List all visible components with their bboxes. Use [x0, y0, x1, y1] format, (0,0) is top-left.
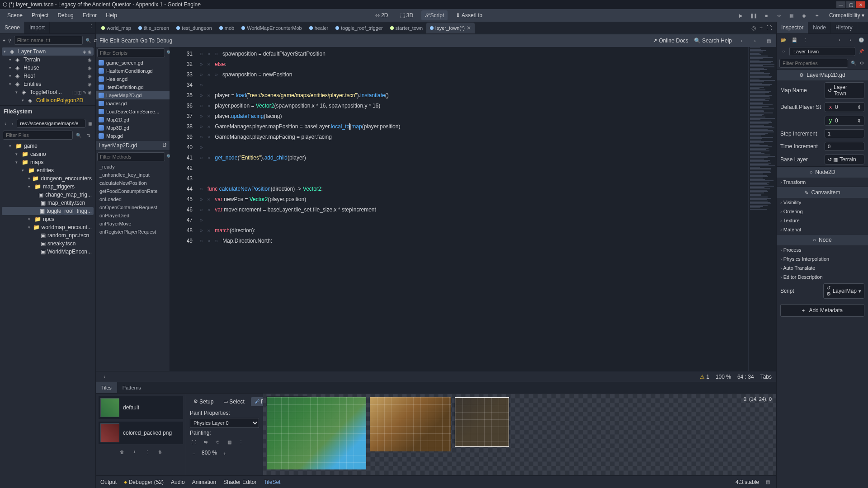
prop-x[interactable]: x0⇕	[825, 102, 864, 112]
insp-open-icon[interactable]: 📂	[779, 36, 788, 44]
script-item[interactable]: ItemDefinition.gd	[96, 83, 170, 91]
tab-node[interactable]: Node	[808, 22, 831, 33]
folder-item[interactable]: ▾📁dungeon_encounters	[2, 174, 94, 183]
inspector-object[interactable]: Layer Town	[789, 47, 855, 56]
file-tab[interactable]: starter_town	[387, 23, 427, 33]
add-node-button[interactable]: +	[3, 36, 5, 44]
filter-scripts-input[interactable]	[97, 48, 165, 57]
prop-baselayer[interactable]: ↺ ▦ Terrain	[825, 155, 864, 164]
folder-item[interactable]: ▾📁worldmap_encount...	[2, 223, 94, 231]
tool-flip-icon[interactable]: ⇋	[202, 438, 210, 446]
add-metadata-button[interactable]: + Add Metadata	[780, 304, 864, 317]
file-item[interactable]: ▣change_map_trig...	[2, 191, 94, 199]
folder-item[interactable]: ▾📁casino	[2, 150, 94, 158]
tool-more-icon[interactable]: ⋮	[237, 438, 245, 446]
cat-editordesc[interactable]: Editor Description	[777, 272, 868, 282]
script-search-menu[interactable]: Search	[121, 38, 138, 44]
zoom-in-icon[interactable]: +	[221, 450, 229, 458]
script-item[interactable]: HasItemCondition.gd	[96, 67, 170, 75]
scene-node[interactable]: ▾◈Entities◉	[2, 80, 94, 88]
scene-node[interactable]: ▾◈CollisionPolygon2D	[2, 96, 94, 104]
tool-rotate-icon[interactable]: ⟲	[213, 438, 222, 446]
movie-button[interactable]: ◉	[800, 11, 808, 19]
insp-back-icon[interactable]: ‹	[835, 36, 844, 44]
nav-back-icon[interactable]: ‹	[737, 37, 745, 45]
fs-sort-icon[interactable]: ⇅	[85, 131, 93, 139]
tileset-sort-icon[interactable]: ⇅	[156, 448, 164, 456]
obj-pin-icon[interactable]: 📌	[857, 47, 865, 55]
script-goto-menu[interactable]: Go To	[140, 38, 155, 44]
tab-inspector[interactable]: Inspector	[777, 22, 808, 33]
minimap[interactable]	[748, 47, 776, 371]
add-tab-icon[interactable]: +	[760, 25, 763, 31]
menu-project[interactable]: Project	[28, 10, 52, 20]
dock-menu-icon[interactable]: ⋮	[87, 22, 95, 30]
script-item[interactable]: Map.gd	[96, 132, 170, 140]
cat-visibility[interactable]: Visibility	[777, 198, 868, 207]
expand-icon[interactable]: ⇵	[94, 36, 97, 44]
zoom-out-icon[interactable]: −	[190, 450, 198, 458]
tool-grid-icon[interactable]: ▦	[225, 438, 233, 446]
file-tab[interactable]: mob	[216, 23, 238, 33]
prop-y[interactable]: y0⇕	[825, 116, 864, 126]
tileset-delete-icon[interactable]: 🗑	[118, 448, 126, 456]
cat-translate[interactable]: Auto Translate	[777, 263, 868, 272]
path-back-icon[interactable]: ‹	[3, 119, 8, 127]
insp-section-node2d[interactable]: ○ Node2D	[777, 166, 868, 178]
cat-ordering[interactable]: Ordering	[777, 207, 868, 216]
tileset-add-icon[interactable]: +	[131, 448, 139, 456]
folder-item[interactable]: ▾📁npcs	[2, 215, 94, 223]
script-item[interactable]: LoadSaveGameScree...	[96, 108, 170, 116]
insp-section-script[interactable]: ⚙ LayerMap2D.gd	[777, 69, 868, 80]
mode-setup[interactable]: ⚙ Setup	[190, 397, 217, 406]
tab-list-icon[interactable]: ◎	[751, 25, 756, 31]
script-item[interactable]: game_screen.gd	[96, 59, 170, 67]
indent-mode[interactable]: Tabs	[760, 374, 772, 380]
method-item[interactable]: getFoodConsumptionRate	[96, 187, 170, 195]
file-item[interactable]: ▣toggle_roof_trigg...	[2, 207, 94, 215]
prop-mapname[interactable]: ↺ Layer Town	[825, 82, 864, 99]
physics-layer-select[interactable]: Physics Layer 0	[190, 418, 259, 428]
file-item[interactable]: ▣map_entity.tscn	[2, 199, 94, 207]
tab-output[interactable]: Output	[100, 479, 117, 485]
more-icon[interactable]: ⋮	[100, 36, 104, 44]
method-item[interactable]: calculateNewPosition	[96, 179, 170, 187]
scene-filter-input[interactable]	[14, 36, 83, 45]
method-item[interactable]: onRegisterPlayerRequest	[96, 228, 170, 236]
cat-texture[interactable]: Texture	[777, 216, 868, 225]
tool-expand-icon[interactable]: ⛶	[190, 438, 198, 446]
prop-step[interactable]: 1	[825, 129, 864, 138]
file-item[interactable]: ▣sneaky.tscn	[2, 239, 94, 248]
tab-scene[interactable]: Scene	[0, 22, 25, 33]
file-tab[interactable]: toggle_roof_trigger	[332, 23, 386, 33]
insp-section-node[interactable]: ○ Node	[777, 234, 868, 245]
file-item[interactable]: ▣random_npc.tscn	[2, 231, 94, 239]
folder-item[interactable]: ▾📁entities	[2, 166, 94, 174]
tileset-menu-icon[interactable]: ⋮	[143, 448, 151, 456]
viewmode-3d[interactable]: ⬚ 3D	[396, 10, 417, 20]
pause-button[interactable]: ❚❚	[750, 11, 758, 19]
insp-more-icon[interactable]: ⋮	[801, 36, 809, 44]
menu-debug[interactable]: Debug	[54, 10, 77, 20]
folder-item[interactable]: ▾📁map_triggers	[2, 183, 94, 191]
file-tab[interactable]: WorldMapEncounterMob	[238, 23, 305, 33]
search-icon[interactable]: 🔍	[85, 36, 91, 44]
play-button[interactable]: ▶	[737, 11, 745, 19]
script-item[interactable]: LayerMap2D.gd	[96, 91, 170, 99]
play-custom-button[interactable]: ▦	[788, 11, 796, 19]
file-tab[interactable]: title_screen	[135, 23, 173, 33]
search-help-button[interactable]: 🔍 Search Help	[694, 38, 732, 44]
tile-viewport[interactable]: − 16.1 % + 0, (14, 24), 0	[263, 394, 776, 475]
search-icon[interactable]: 🔍	[75, 131, 83, 139]
method-item[interactable]: onPlayerDied	[96, 211, 170, 220]
method-item[interactable]: onPlayerMove	[96, 220, 170, 228]
folder-item[interactable]: ▾📁maps	[2, 158, 94, 166]
prop-script[interactable]: ↺ ⚙ LayerMap ▾	[823, 283, 864, 299]
insp-settings-icon[interactable]: ⚙	[859, 59, 865, 67]
tileset-default[interactable]: default	[99, 396, 183, 419]
minimize-button[interactable]: —	[836, 1, 845, 8]
script-debug-menu[interactable]: Debug	[156, 38, 172, 44]
path-grid-icon[interactable]: ▦	[87, 119, 93, 127]
script-item[interactable]: Map2D.gd	[96, 116, 170, 124]
tab-audio[interactable]: Audio	[171, 479, 185, 485]
